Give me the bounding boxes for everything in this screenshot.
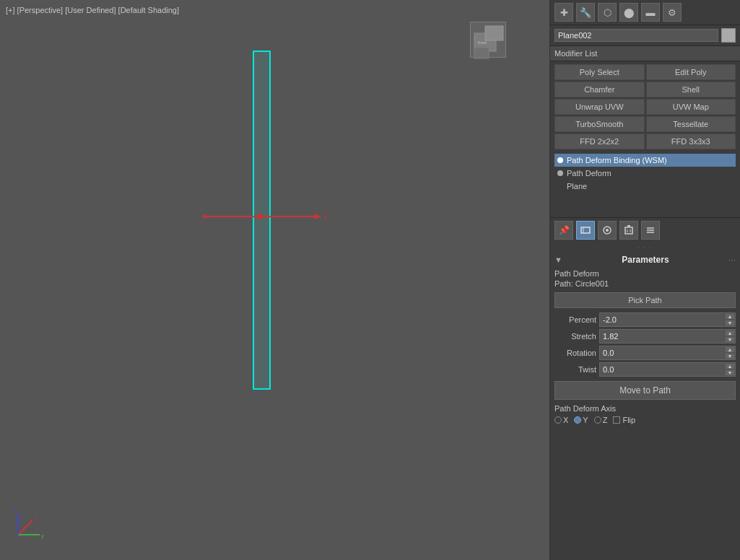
display-tab-icon[interactable]: ▬ [641, 3, 660, 22]
show-end-result-button[interactable] [576, 221, 595, 240]
svg-text:x: x [34, 514, 37, 520]
stretch-spinner[interactable]: ▲ ▼ [725, 330, 735, 343]
twist-spinner[interactable]: ▲ ▼ [725, 363, 735, 376]
percent-input-wrapper: ▲ ▼ [599, 312, 736, 327]
parameters-collapse-arrow[interactable]: ▼ [554, 255, 562, 264]
svg-text:x: x [323, 213, 327, 221]
stack-bullet [557, 157, 563, 163]
pick-path-button[interactable]: Pick Path [554, 292, 736, 308]
configure-modifier-sets-button[interactable] [641, 221, 660, 240]
rotation-down-button[interactable]: ▼ [725, 353, 735, 359]
chamfer-button[interactable]: Chamfer [554, 82, 645, 97]
unwrap-uvw-button[interactable]: Unwrap UVW [554, 99, 645, 115]
y-axis-radio[interactable] [574, 416, 581, 424]
stack-item-label: Path Deform [567, 169, 611, 178]
x-axis-group: X [554, 416, 568, 424]
tessellate-button[interactable]: Tessellate [646, 116, 736, 132]
y-axis-group: Y [574, 416, 588, 424]
svg-line-10 [18, 520, 32, 535]
move-to-path-button[interactable]: Move to Path [554, 381, 736, 400]
stretch-up-button[interactable]: ▲ [725, 330, 735, 336]
percent-row: Percent ▲ ▼ [554, 312, 736, 327]
modifier-stack: Path Deform Binding (WSM) Path Deform Pl… [550, 152, 740, 217]
svg-rect-20 [625, 227, 632, 234]
transform-gizmo: x [202, 195, 347, 238]
stack-bullet [557, 170, 563, 176]
create-tab-icon[interactable]: ✚ [554, 3, 573, 22]
edit-poly-button[interactable]: Edit Poly [646, 64, 736, 80]
percent-down-button[interactable]: ▼ [725, 320, 735, 326]
svg-point-19 [606, 229, 609, 232]
rotation-row: Rotation ▲ ▼ [554, 346, 736, 360]
pin-stack-button[interactable]: 📌 [554, 221, 573, 240]
uvw-map-button[interactable]: UVW Map [646, 99, 736, 115]
twist-input[interactable] [600, 364, 725, 375]
twist-input-wrapper: ▲ ▼ [599, 362, 736, 377]
flip-checkbox[interactable] [613, 416, 620, 424]
x-axis-radio[interactable] [554, 416, 562, 424]
stretch-row: Stretch ▲ ▼ [554, 329, 736, 344]
z-axis-label: Z [603, 416, 608, 424]
utilities-tab-icon[interactable]: ⚙ [663, 3, 682, 22]
svg-marker-5 [314, 214, 321, 219]
parameters-header: ▼ Parameters ⋯ [554, 255, 736, 265]
object-name-input[interactable] [554, 29, 718, 42]
z-axis-radio[interactable] [594, 416, 601, 424]
modifier-buttons-grid: Poly Select Edit Poly Chamfer Shell Unwr… [550, 61, 740, 152]
rotation-input-wrapper: ▲ ▼ [599, 346, 736, 360]
modify-tab-icon[interactable]: 🔧 [576, 3, 595, 22]
stack-item-path-deform-binding[interactable]: Path Deform Binding (WSM) [554, 154, 736, 167]
stretch-input[interactable] [600, 331, 725, 342]
parameters-section: ▼ Parameters ⋯ Path Deform Path: Circle0… [550, 252, 740, 427]
svg-rect-1 [485, 26, 503, 40]
top-toolbar: ✚ 🔧 ⬡ ⬤ ▬ ⚙ [550, 0, 740, 25]
path-deform-section-title: Path Deform [554, 269, 736, 278]
object-color-swatch[interactable] [721, 28, 736, 43]
path-info-label: Path: Circle001 [554, 279, 736, 288]
hierarchy-tab-icon[interactable]: ⬡ [598, 3, 617, 22]
ffd-2x2x2-button[interactable]: FFD 2x2x2 [554, 134, 645, 149]
right-panel: ✚ 🔧 ⬡ ⬤ ▬ ⚙ Modifier List Poly Select Ed… [550, 0, 740, 560]
svg-text:y: y [41, 533, 44, 539]
stack-item-label: Plane [567, 182, 587, 191]
axis-indicator: x y z [11, 506, 47, 542]
axis-section-label: Path Deform Axis [554, 404, 736, 413]
stack-item-plane[interactable]: Plane [554, 180, 736, 193]
axis-radio-group: X Y Z Flip [554, 416, 736, 424]
svg-point-9 [257, 214, 263, 219]
svg-text:z: z [14, 507, 17, 513]
viewport-label: [+] [Perspective] [User Defined] [Defaul… [6, 6, 179, 14]
stretch-input-wrapper: ▲ ▼ [599, 329, 736, 344]
motion-tab-icon[interactable]: ⬤ [619, 3, 638, 22]
stack-item-path-deform[interactable]: Path Deform [554, 167, 736, 180]
remove-modifier-button[interactable] [619, 221, 638, 240]
navigation-cube[interactable]: front [470, 22, 506, 58]
twist-down-button[interactable]: ▼ [725, 369, 735, 376]
parameters-title: Parameters [622, 255, 669, 265]
ffd-3x3x3-button[interactable]: FFD 3x3x3 [646, 134, 736, 149]
percent-input[interactable] [600, 314, 725, 325]
svg-text:front: front [478, 40, 487, 45]
twist-label: Twist [554, 365, 596, 374]
rotation-input[interactable] [600, 347, 725, 359]
y-axis-label: Y [583, 416, 588, 424]
poly-select-button[interactable]: Poly Select [554, 64, 645, 80]
percent-spinner[interactable]: ▲ ▼ [725, 313, 735, 326]
rotation-up-button[interactable]: ▲ [725, 346, 735, 353]
svg-rect-2 [474, 48, 489, 58]
make-unique-button[interactable] [598, 221, 617, 240]
rotation-label: Rotation [554, 349, 596, 357]
stretch-label: Stretch [554, 332, 596, 341]
x-axis-label: X [563, 416, 568, 424]
rotation-spinner[interactable]: ▲ ▼ [725, 346, 735, 359]
turbosmooth-button[interactable]: TurboSmooth [554, 116, 645, 132]
percent-up-button[interactable]: ▲ [725, 313, 735, 320]
parameters-expand-icon[interactable]: ⋯ [728, 256, 736, 264]
stretch-down-button[interactable]: ▼ [725, 336, 735, 343]
twist-up-button[interactable]: ▲ [725, 363, 735, 369]
shell-button[interactable]: Shell [646, 82, 736, 97]
path-deform-axis-section: Path Deform Axis X Y Z [554, 404, 736, 424]
drag-handle-separator[interactable]: · · · [550, 242, 740, 252]
twist-row: Twist ▲ ▼ [554, 362, 736, 377]
flip-checkbox-group: Flip [613, 416, 635, 424]
